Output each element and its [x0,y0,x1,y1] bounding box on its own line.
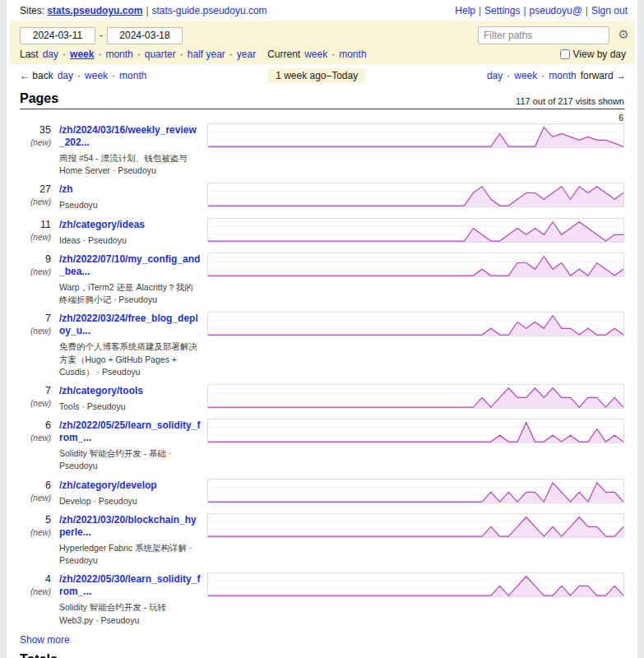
page-row: 4 (new) /zh/2022/05/30/learn_solidity_fr… [20,572,624,626]
period-link[interactable]: month [105,49,132,60]
current-period-link[interactable]: week [304,49,327,60]
sites-list: Sites: stats.pseudoyu.com|stats-guide.ps… [20,5,267,16]
period-link[interactable]: day [43,49,58,60]
page-count-col: 35 (new) [20,123,51,177]
filter-paths-input[interactable] [478,26,609,44]
page-path-link[interactable]: /zh/category/develop [59,480,201,492]
page-count-col: 11 (new) [20,218,51,247]
page-path-link[interactable]: /zh [59,183,201,196]
page-path-col: /zh/2024/03/16/weekly_review_202... 周报 #… [51,123,207,177]
page-path-link[interactable]: /zh/2022/03/24/free_blog_deploy_u... [59,313,201,337]
page-title-text: Solidity 智能合约开发 - 玩转 Web3.py · Pseudoyu [59,601,201,626]
pages-title: Pages [20,91,58,106]
page-new-badge: (new) [20,528,51,537]
back-period-link[interactable]: month [119,70,146,81]
period-link[interactable]: week [70,49,94,60]
page-sparkline-chart [207,218,624,243]
page-row: 27 (new) /zh Pseudoyu [20,183,624,211]
gear-icon[interactable]: ⚙ [619,27,629,42]
account-nav-link[interactable]: Settings [484,5,520,16]
page: Sites: stats.pseudoyu.com|stats-guide.ps… [7,0,637,658]
toolbar: - ⚙ Last dayweekmonthquarterhalf yearyea… [10,21,634,64]
account-nav-link[interactable]: Sign out [591,5,628,16]
page-path-col: /zh/2022/05/30/learn_solidity_from_... S… [51,572,207,626]
page-path-link[interactable]: /zh/2022/05/25/learn_solidity_from_... [59,419,201,444]
page-visit-count: 9 [20,253,51,265]
separator: | [523,5,526,16]
page-path-col: /zh/category/develop Develop · Pseudoyu [51,479,207,507]
forward-period-link[interactable]: day [487,70,503,81]
page-count-col: 9 (new) [20,253,51,306]
page-path-link[interactable]: /zh/2022/07/10/my_config_and_bea... [59,253,201,278]
page-new-badge: (new) [20,587,51,596]
day-navigation: ← back dayweekmonth 1 week ago–Today day… [7,64,637,86]
account-nav-link[interactable]: Help [455,5,475,16]
page-title-text: 周报 #54 - 漂流计划、钱包被盗与 Home Server · Pseudo… [59,152,201,177]
view-by-day-checkbox[interactable] [560,49,570,59]
page-sparkline-chart [207,479,624,503]
chart-max-label: 6 [619,113,623,123]
forward-period-link[interactable]: week [514,70,537,81]
page-row: 9 (new) /zh/2022/07/10/my_config_and_bea… [20,253,624,306]
site-link[interactable]: stats.pseudoyu.com [47,5,142,16]
current-period-links: weekmonth [304,49,366,60]
view-by-day-label: View by day [573,49,626,60]
view-by-day: View by day [560,49,626,60]
back-period-link[interactable]: day [58,70,73,81]
page-visit-count: 7 [20,313,51,324]
page-chart-col [207,253,624,306]
page-visit-count: 11 [20,219,51,230]
page-new-badge: (new) [20,267,51,276]
date-to-input[interactable] [107,27,183,44]
page-row: 5 (new) /zh/2021/03/20/blockchain_hyperl… [20,513,624,567]
pages-summary: 117 out of 217 visits shown [516,96,624,106]
page-title-text: Tools · Pseudoyu [59,401,201,413]
page-chart-col [207,218,624,247]
back-period-link[interactable]: week [85,70,108,81]
period-link[interactable]: half year [188,49,225,60]
page-sparkline-chart [207,384,624,409]
page-path-col: /zh/category/tools Tools · Pseudoyu [51,384,207,413]
page-path-link[interactable]: /zh/2022/05/30/learn_solidity_from_... [59,573,201,598]
forward-period-link[interactable]: month [549,70,576,81]
page-new-badge: (new) [20,327,51,336]
page-chart-col [207,384,624,413]
account-nav: Help|Settings|pseudoyu@|Sign out [455,5,628,16]
page-chart-col [207,419,624,472]
page-visit-count: 6 [20,480,51,491]
period-link[interactable]: quarter [145,49,176,60]
last-label: Last [20,49,39,60]
page-path-link[interactable]: /zh/2024/03/16/weekly_review_202... [59,124,201,149]
page-title-text: Ideas · Pseudoyu [59,234,201,247]
page-row: 7 (new) /zh/category/tools Tools · Pseud… [20,384,624,413]
period-link[interactable]: year [237,49,256,60]
site-link[interactable]: stats-guide.pseudoyu.com [152,5,267,16]
page-visit-count: 6 [20,419,51,431]
date-from-input[interactable] [20,27,95,44]
current-period-link[interactable]: month [339,49,366,60]
page-new-badge: (new) [20,233,51,242]
page-row: 6 (new) /zh/category/develop Develop · P… [20,479,624,507]
page-count-col: 5 (new) [20,513,51,567]
page-row: 11 (new) /zh/category/ideas Ideas · Pseu… [20,218,624,247]
page-sparkline-chart [207,123,624,148]
page-path-link[interactable]: /zh/category/ideas [59,219,201,231]
page-new-badge: (new) [20,399,51,408]
page-new-badge: (new) [20,138,51,147]
page-path-col: /zh/2021/03/20/blockchain_hyperle... Hyp… [51,513,207,567]
page-path-link[interactable]: /zh/2021/03/20/blockchain_hyperle... [59,514,201,539]
page-new-badge: (new) [20,197,51,206]
account-nav-link[interactable]: pseudoyu@ [530,5,582,16]
page-visit-count: 35 [20,124,51,136]
page-path-col: /zh/category/ideas Ideas · Pseudoyu [51,218,207,247]
page-sparkline-chart [207,572,624,597]
separator: | [586,5,588,16]
pages-show-more-link[interactable]: Show more [20,634,70,646]
back-label: ← back [20,70,53,81]
page-count-col: 4 (new) [20,572,51,626]
page-chart-col [207,312,624,378]
page-row: 7 (new) /zh/2022/03/24/free_blog_deploy_… [20,312,624,378]
page-chart-col: 6 [207,123,624,177]
page-title-text: Develop · Pseudoyu [59,495,201,507]
page-path-link[interactable]: /zh/category/tools [59,385,201,397]
